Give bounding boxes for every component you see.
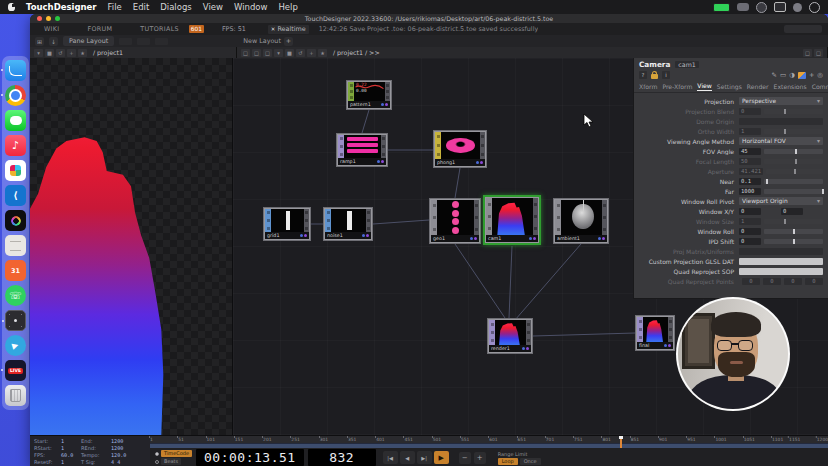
param-text-field[interactable]: [739, 118, 823, 125]
param-text-field[interactable]: [739, 248, 823, 255]
param-op-reference-field[interactable]: [739, 268, 823, 275]
timecode-badge[interactable]: TimeCode: [161, 450, 192, 457]
node-final[interactable]: final: [635, 315, 675, 351]
node-output-strip[interactable]: [381, 135, 386, 158]
once-button[interactable]: Once: [520, 458, 541, 465]
param-slider[interactable]: [764, 159, 823, 164]
param-value-field[interactable]: 0: [739, 108, 761, 115]
param-value-field[interactable]: 0: [784, 278, 802, 285]
globe-icon[interactable]: [756, 2, 767, 13]
node-output-strip[interactable]: [526, 320, 531, 345]
param-value-field[interactable]: 0: [781, 208, 803, 215]
menu-edit[interactable]: Edit: [133, 2, 149, 12]
param-slider[interactable]: [764, 179, 823, 184]
language-icon[interactable]: [798, 72, 806, 79]
info-icon[interactable]: i: [662, 71, 670, 79]
node-output-strip[interactable]: [474, 200, 479, 235]
pin-layout-icon[interactable]: ↓: [49, 37, 58, 46]
battery-icon[interactable]: [713, 3, 730, 12]
pane-menu-icon[interactable]: ▾: [34, 49, 43, 57]
dock-whatsapp[interactable]: ☏: [5, 285, 26, 306]
node-output-strip[interactable]: [385, 82, 390, 101]
clock-icon[interactable]: [809, 2, 820, 13]
param-value-field[interactable]: 1: [739, 128, 761, 135]
node-output-strip[interactable]: [304, 209, 309, 232]
param-value-field[interactable]: 1000: [739, 188, 761, 195]
param-slider[interactable]: [764, 189, 823, 194]
node-geo1[interactable]: geo1: [429, 198, 481, 244]
menu-dialogs[interactable]: Dialogs: [160, 2, 192, 12]
version-badge[interactable]: 601: [189, 25, 204, 33]
pane-reload-icon[interactable]: ↺: [296, 49, 305, 57]
pane-maximize-icon[interactable]: □: [814, 49, 823, 57]
add-layout-button[interactable]: +: [284, 37, 293, 46]
transport-button[interactable]: |◀: [383, 451, 398, 464]
layout-slot-3[interactable]: [155, 38, 168, 45]
node-noise1[interactable]: noise1: [323, 207, 373, 241]
beats-mode[interactable]: Beats: [155, 458, 192, 465]
param-slider[interactable]: [764, 239, 823, 244]
add-parameter-icon[interactable]: +: [809, 71, 814, 79]
zoom-out-button[interactable]: −: [459, 452, 471, 464]
param-slider[interactable]: [766, 169, 823, 174]
new-layout-label[interactable]: New Layout: [243, 37, 281, 45]
node-phong1[interactable]: phong1: [433, 130, 487, 168]
param-op-reference-field[interactable]: [739, 258, 823, 265]
layout-slot-2[interactable]: [137, 38, 150, 45]
pane-menu-icon[interactable]: ▾: [274, 49, 283, 57]
menu-view[interactable]: View: [203, 2, 223, 12]
node-grid1[interactable]: grid1: [263, 207, 311, 241]
node-output-strip[interactable]: [668, 317, 673, 342]
play-button[interactable]: ▶: [434, 451, 449, 464]
menu-touchdesigner[interactable]: TouchDesigner: [26, 2, 97, 12]
dock-slack[interactable]: [5, 160, 26, 181]
param-value-field[interactable]: 0: [739, 238, 761, 245]
pane-star-icon[interactable]: ★: [318, 49, 327, 57]
expression-mode-icon[interactable]: ◑: [789, 71, 795, 79]
menu-window[interactable]: Window: [234, 2, 268, 12]
dock-live[interactable]: LIVE: [5, 360, 26, 381]
node-ramp1[interactable]: ramp1: [336, 133, 388, 167]
beats-radio[interactable]: [155, 460, 159, 464]
dock-messages[interactable]: [5, 110, 26, 131]
param-value-field[interactable]: 0.1: [739, 178, 761, 185]
zoom-in-button[interactable]: +: [474, 452, 486, 464]
param-value-field[interactable]: 0: [742, 278, 760, 285]
tab-extensions[interactable]: Extensions: [774, 83, 807, 90]
help-icon[interactable]: ?: [639, 71, 647, 79]
dock-capture[interactable]: [5, 210, 26, 231]
timecode-mode[interactable]: TimeCode: [155, 450, 192, 457]
node-output-strip[interactable]: [366, 209, 371, 232]
lock-icon[interactable]: [651, 74, 658, 79]
param-menu[interactable]: Horizontal FOV▾: [739, 137, 823, 145]
pane-split-right-icon[interactable]: □: [263, 49, 272, 57]
pane-split-left-icon[interactable]: □: [241, 49, 250, 57]
dock-trash[interactable]: [5, 385, 26, 406]
operator-name[interactable]: cam1: [675, 61, 698, 68]
realtime-toggle[interactable]: ✕ Realtime: [268, 25, 309, 34]
wiki-link[interactable]: WIKI: [44, 25, 59, 33]
viewport-path[interactable]: / project1: [93, 49, 123, 56]
param-value-field[interactable]: 0: [805, 278, 823, 285]
dock-finder[interactable]: [5, 60, 26, 81]
transport-button[interactable]: ▶|: [417, 451, 432, 464]
pane-add-icon[interactable]: +: [307, 49, 316, 57]
tab-xform[interactable]: Xform: [639, 83, 657, 90]
playhead[interactable]: [620, 436, 622, 448]
param-menu[interactable]: Viewport Origin▾: [739, 197, 823, 205]
menu-help[interactable]: Help: [278, 2, 297, 12]
dock-telegram[interactable]: ▶: [5, 335, 26, 356]
node-cam1[interactable]: cam1: [483, 195, 541, 245]
node-ambient1[interactable]: ambient1: [553, 198, 609, 244]
param-menu[interactable]: Perspective▾: [739, 97, 823, 105]
pane-stop-icon[interactable]: ■: [45, 49, 54, 57]
comment-icon[interactable]: ▭: [780, 71, 786, 79]
param-slider[interactable]: [764, 109, 823, 114]
camera-icon[interactable]: [774, 2, 786, 12]
node-pattern1[interactable]: 0.220.00pattern1: [346, 80, 392, 110]
transport-button[interactable]: ◀: [400, 451, 415, 464]
menu-file[interactable]: File: [108, 2, 122, 12]
dock-vscode[interactable]: ⟨: [5, 185, 26, 206]
realtime-checkbox[interactable]: ✕: [271, 25, 276, 34]
user-icon[interactable]: [793, 3, 802, 12]
